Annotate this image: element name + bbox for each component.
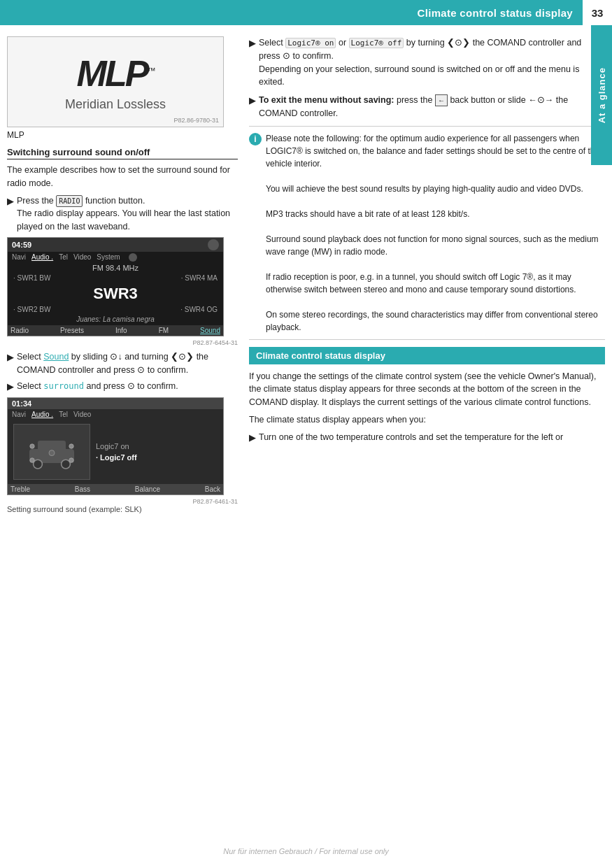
footer-sound: Sound [200, 327, 220, 334]
svg-point-8 [49, 450, 55, 455]
logic7-text: Select Logic7® on or Logic7® off by turn… [259, 36, 605, 89]
s-nav-video: Video [73, 411, 91, 418]
exit-text: To exit the menu without saving: press t… [259, 94, 605, 120]
radio-button-badge: RADIO [56, 195, 83, 207]
s-nav-navi: Navi [12, 411, 26, 418]
divider-2 [249, 339, 605, 340]
info-para-3: MP3 tracks should have a bit rate of at … [266, 209, 470, 219]
bullet-press-radio: ▶ Press the RADIO function button.The ra… [7, 194, 238, 234]
climate-bullet-text: Turn one of the two temperature controls… [259, 431, 563, 445]
option-logic7-on: Logic7 on [96, 442, 137, 450]
station-4: · SWR4 OG [180, 306, 218, 313]
radio-stations-row2: · SWR2 BW · SWR4 OG [8, 304, 223, 315]
main-content: MLP™ Meridian Lossless P82.86-9780-31 ML… [0, 25, 612, 525]
header-title-area: Climate control status display [0, 0, 581, 25]
sound-link: Sound [43, 352, 69, 362]
surround-body: Logic7 on · Logic7 off [8, 420, 223, 484]
page-header: Climate control status display 33 [0, 0, 612, 25]
side-tab-label: At a glance [597, 67, 607, 123]
car-svg [24, 427, 80, 476]
station-2: · SWR4 MA [181, 274, 218, 282]
radio-display-image: 04:59 Navi Audio . Tel Video System FM 9… [7, 237, 224, 336]
mlp-caption: MLP [7, 130, 238, 140]
surround-code: P82.87-6461-31 [192, 498, 238, 505]
info-icon: i [249, 133, 262, 145]
info-para-2: You will achieve the best sound results … [266, 184, 583, 194]
svg-point-5 [69, 444, 73, 448]
logic7-off-code: Logic7® off [349, 38, 404, 48]
radio-footer: Radio Presets Info FM Sound [8, 325, 223, 336]
option-logic7-off: · Logic7 off [96, 453, 137, 462]
station-3: · SWR2 BW [13, 306, 50, 313]
surround-options: Logic7 on · Logic7 off [96, 424, 137, 480]
bullet-arrow-1: ▶ [7, 194, 14, 234]
bullet-arrow-climate: ▶ [249, 431, 256, 445]
svg-point-6 [30, 458, 34, 462]
climate-section-heading: Climate control status display [249, 347, 605, 364]
svg-point-2 [34, 460, 43, 469]
mlp-logo: MLP™ [77, 52, 155, 94]
info-para-4: Surround sound playback does not functio… [266, 234, 599, 257]
station-1: · SWR1 BW [13, 274, 50, 282]
info-box: i Please note the following: for the opt… [249, 132, 605, 334]
footer-fm: FM [159, 327, 169, 334]
surround-footer: Treble Bass Balance Back [8, 484, 223, 495]
mlp-subtitle: Meridian Lossless [65, 97, 166, 112]
surround-car-graphic [13, 424, 90, 480]
radio-display-header: 04:59 [8, 238, 223, 252]
svg-point-4 [30, 444, 34, 448]
page-number: 33 [581, 0, 612, 25]
radio-nav: Navi Audio . Tel Video System [8, 252, 223, 263]
bullet-arrow-exit: ▶ [249, 94, 256, 120]
s-nav-audio: Audio . [31, 411, 53, 418]
nav-system: System [97, 253, 120, 262]
info-para-6: On some stereo recordings, the sound cha… [266, 310, 598, 332]
info-para-5: If radio reception is poor, e.g. in a tu… [266, 272, 576, 294]
climate-intro: If you change the settings of the climat… [249, 370, 605, 409]
surround-nav: Navi Audio . Tel Video [8, 409, 223, 420]
sf-treble: Treble [10, 485, 30, 493]
svg-point-7 [69, 458, 73, 462]
surround-header: 01:34 [8, 398, 223, 409]
mlp-code: P82.86-9780-31 [173, 117, 219, 124]
bullet-1-text: Press the RADIO function button.The radi… [17, 194, 238, 234]
bullet-exit-menu: ▶ To exit the menu without saving: press… [249, 94, 605, 120]
side-tab: At a glance [591, 25, 612, 165]
radio-time: 04:59 [12, 241, 31, 249]
intro-text: The example describes how to set the sur… [7, 164, 238, 190]
footer-info: Info [115, 327, 127, 334]
mlp-image: MLP™ Meridian Lossless P82.86-9780-31 [7, 36, 224, 127]
divider-1 [249, 126, 605, 127]
section-heading: Switching surround sound on/off [7, 147, 238, 159]
left-column: MLP™ Meridian Lossless P82.86-9780-31 ML… [7, 36, 238, 518]
radio-freq: FM 98.4 MHz [8, 263, 223, 273]
page-footer: Nur für internen Gebrauch / For internal… [0, 847, 612, 855]
footer-radio: Radio [10, 327, 29, 334]
climate-second: The climate status display appears when … [249, 413, 605, 427]
svg-point-3 [62, 460, 71, 469]
footer-presets: Presets [60, 327, 84, 334]
s-nav-tel: Tel [59, 411, 68, 418]
sf-bass: Bass [75, 485, 90, 493]
nav-video: Video [73, 253, 91, 262]
nav-audio: Audio . [31, 253, 53, 262]
surround-display-image: 01:34 Navi Audio . Tel Video [7, 397, 224, 495]
bullet-select-surround: ▶ Select surround and press ⊙ to confirm… [7, 380, 238, 394]
nav-navi: Navi [12, 253, 26, 262]
bullet-select-sound: ▶ Select Sound by sliding ⊙↓ and turning… [7, 350, 238, 377]
surround-link: surround [43, 381, 84, 391]
sf-balance: Balance [135, 485, 160, 493]
logic7-on-code: Logic7® on [285, 38, 336, 48]
info-para-1: Please note the following: for the optim… [266, 134, 599, 169]
header-title: Climate control status display [418, 7, 573, 19]
right-column: ▶ Select Logic7® on or Logic7® off by tu… [249, 36, 605, 518]
surround-time: 01:34 [12, 399, 31, 408]
radio-main-station: SWR3 [8, 283, 223, 304]
bullet-arrow-2: ▶ [7, 350, 14, 377]
radio-code: P82.87-6454-31 [192, 339, 238, 346]
bullet-climate: ▶ Turn one of the two temperature contro… [249, 431, 605, 445]
sf-back: Back [205, 485, 220, 493]
radio-stations-row1: · SWR1 BW · SWR4 MA [8, 273, 223, 283]
bullet-2-text: Select Sound by sliding ⊙↓ and turning ❮… [17, 350, 238, 377]
nav-tel: Tel [59, 253, 68, 262]
